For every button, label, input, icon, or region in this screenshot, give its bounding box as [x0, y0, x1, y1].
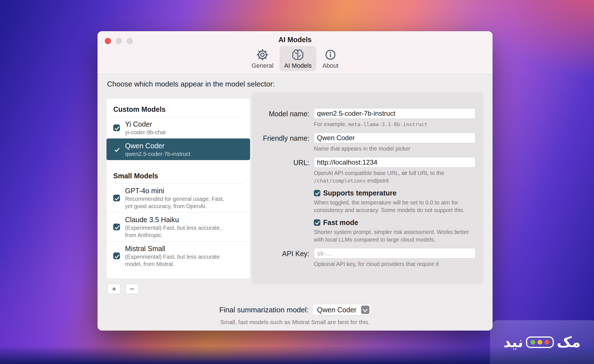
model-name: Qwen Coder [125, 141, 190, 150]
url-label: URL: [252, 157, 309, 189]
model-name: Yi Coder [125, 120, 166, 129]
close-button[interactable] [105, 38, 111, 44]
model-description: qwen2.5-coder-7b-instruct [125, 150, 190, 158]
list-item-qwen-coder[interactable]: Qwen Coder qwen2.5-coder-7b-instruct [106, 138, 250, 160]
tab-general[interactable]: General [247, 46, 278, 71]
model-name-label: Model name: [252, 108, 309, 133]
model-list-column: Custom Models Yi Coder yi-coder-9b-chat [106, 92, 250, 294]
model-description: (Experimental) Fast, but less accurate, … [125, 224, 230, 239]
watermark-logo: مک نید [490, 320, 594, 364]
tab-about-label: About [322, 62, 339, 69]
list-item-text: Mistral Small (Experimental) Fast, but l… [125, 244, 230, 268]
fast-mode-checkbox[interactable] [314, 219, 320, 226]
list-item-text: Claude 3.5 Haiku (Experimental) Fast, bu… [125, 215, 230, 239]
remove-model-button[interactable]: − [126, 284, 139, 294]
supports-temperature-hint: When toggled, the temperature will be se… [314, 199, 475, 214]
watermark-dot-yellow [538, 340, 542, 345]
api-key-label: API Key: [252, 248, 309, 272]
model-name-hint: For example, meta-llama-3.1-8b-instruct [314, 120, 475, 128]
qwen-coder-checkbox[interactable] [113, 146, 120, 153]
model-description: yi-coder-9b-chat [125, 129, 166, 136]
list-item-mistral-small[interactable]: Mistral Small (Experimental) Fast, but l… [106, 241, 250, 270]
page-heading: Choose which models appear in the model … [107, 80, 483, 88]
mistral-small-checkbox[interactable] [113, 252, 120, 259]
info-icon [324, 48, 337, 61]
yi-coder-checkbox[interactable] [113, 124, 120, 131]
api-key-group: Optional API key, for cloud providers th… [314, 248, 475, 268]
watermark-content: مک نید [503, 334, 581, 351]
watermark-dot-red [545, 340, 549, 345]
fast-mode-row: Fast mode [314, 219, 475, 227]
claude-35-haiku-checkbox[interactable] [113, 224, 120, 230]
tab-about[interactable]: About [318, 46, 343, 71]
gear-icon [256, 48, 269, 61]
main-row: Custom Models Yi Coder yi-coder-9b-chat [106, 92, 484, 294]
watermark-dot-green [530, 340, 535, 345]
supports-temperature-group: Supports temperature When toggled, the t… [314, 189, 475, 214]
final-model-label: Final summarization model: [219, 306, 309, 314]
watermark-dots-pill [526, 336, 554, 348]
model-name-input[interactable] [314, 108, 475, 119]
list-item-text: Qwen Coder qwen2.5-coder-7b-instruct [125, 141, 190, 158]
watermark-text-left: نید [503, 334, 523, 351]
api-key-hint: Optional API key, for cloud providers th… [314, 260, 475, 268]
friendly-name-input[interactable] [314, 133, 475, 143]
friendly-name-hint: Name that appears in the model picker [314, 145, 475, 153]
chevron-down-icon [361, 306, 369, 314]
tab-ai-models[interactable]: AI Models [280, 46, 316, 71]
tab-ai-models-label: AI Models [284, 62, 312, 69]
list-item-gpt-4o-mini[interactable]: GPT-4o mini Recommended for general usag… [106, 184, 250, 212]
model-detail-form: Model name: For example, meta-llama-3.1-… [252, 92, 484, 284]
settings-window: AI Models [98, 31, 493, 331]
supports-temperature-row: Supports temperature [314, 189, 475, 197]
section-title-custom-models: Custom Models [113, 99, 243, 117]
friendly-name-group: Name that appears in the model picker [314, 133, 475, 153]
summarization-footer: Final summarization model: Qwen Coder [106, 304, 484, 315]
desktop-wallpaper: AI Models [0, 0, 594, 364]
zoom-button[interactable] [127, 38, 133, 44]
settings-content: Choose which models appear in the model … [98, 80, 493, 326]
final-model-value: Qwen Coder [317, 306, 356, 314]
model-name: Mistral Small [125, 244, 230, 253]
final-model-hint: Small, fast models such as Mistral Small… [106, 319, 484, 326]
minimize-button[interactable] [116, 38, 122, 44]
final-model-dropdown[interactable]: Qwen Coder [312, 304, 371, 315]
list-item-claude-35-haiku[interactable]: Claude 3.5 Haiku (Experimental) Fast, bu… [106, 212, 250, 241]
list-item-text: Yi Coder yi-coder-9b-chat [125, 120, 166, 136]
list-actions: + − [108, 284, 250, 294]
url-group: OpenAI API compatible base URL, or full … [314, 157, 475, 185]
tab-general-label: General [251, 62, 273, 69]
add-model-button[interactable]: + [108, 284, 121, 294]
fast-mode-label: Fast mode [323, 219, 358, 227]
model-list: Custom Models Yi Coder yi-coder-9b-chat [106, 99, 250, 279]
url-input[interactable] [314, 157, 475, 168]
window-title: AI Models [98, 36, 493, 44]
section-title-small-models: Small Models [113, 165, 243, 184]
fast-mode-hint: Shorter system prompt, simpler risk asse… [314, 228, 475, 244]
model-name-group: For example, meta-llama-3.1-8b-instruct [314, 108, 475, 128]
window-header: AI Models [98, 31, 493, 74]
supports-temperature-label: Supports temperature [323, 189, 396, 197]
model-description: Recommended for general usage: Fast, yet… [125, 195, 230, 210]
api-key-input[interactable] [314, 248, 475, 259]
brain-icon [291, 48, 305, 61]
model-description: (Experimental) Fast, but less accurate m… [125, 253, 230, 268]
model-name: Claude 3.5 Haiku [125, 215, 230, 224]
url-hint: OpenAI API compatible base URL, or full … [314, 169, 475, 185]
list-item-text: GPT-4o mini Recommended for general usag… [125, 186, 230, 210]
friendly-name-label: Friendly name: [252, 133, 309, 157]
watermark-text-right: مک [557, 334, 581, 351]
fast-mode-group: Fast mode Shorter system prompt, simpler… [314, 219, 475, 244]
list-item-yi-coder[interactable]: Yi Coder yi-coder-9b-chat [106, 117, 250, 138]
toolbar-tabs: General AI Models [98, 46, 493, 71]
traffic-lights [105, 38, 133, 44]
supports-temperature-checkbox[interactable] [314, 190, 320, 196]
model-name: GPT-4o mini [125, 186, 230, 195]
gpt-4o-mini-checkbox[interactable] [113, 195, 120, 201]
